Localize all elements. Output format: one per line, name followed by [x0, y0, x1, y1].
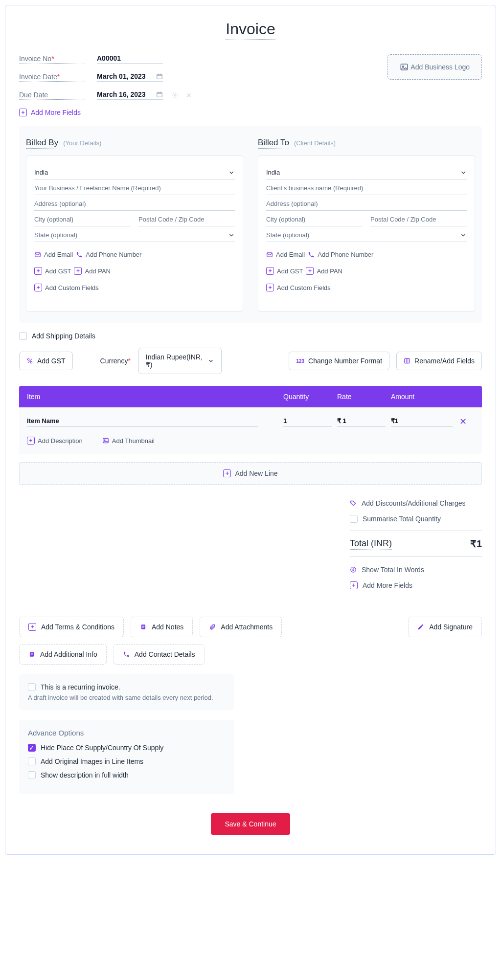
number-icon: 123	[296, 358, 304, 364]
mail-icon	[266, 251, 273, 258]
plus-icon: +	[19, 109, 27, 116]
plus-icon: +	[34, 267, 42, 275]
add-phone-button[interactable]: Add Phone Number	[308, 251, 373, 258]
add-discounts-button[interactable]: Add Discounts/Additional Charges	[350, 499, 482, 507]
svg-point-7	[27, 358, 29, 360]
close-icon[interactable]	[185, 92, 192, 99]
plus-icon: +	[74, 267, 82, 275]
item-rate-input[interactable]	[337, 417, 386, 427]
add-email-button[interactable]: Add Email	[266, 251, 305, 258]
add-thumbnail-button[interactable]: Add Thumbnail	[102, 437, 155, 445]
billed-by-subtitle: (Your Details)	[63, 139, 101, 147]
save-continue-button[interactable]: Save & Continue	[211, 813, 290, 835]
plus-icon: +	[266, 284, 274, 291]
add-additional-info-button[interactable]: Add Additional Info	[19, 644, 107, 665]
add-gst-button[interactable]: +Add GST	[266, 267, 303, 275]
add-signature-button[interactable]: Add Signature	[408, 617, 482, 637]
add-new-line-button[interactable]: + Add New Line	[19, 462, 482, 485]
chevron-down-icon	[228, 232, 235, 239]
billed-to-postal-input[interactable]	[370, 211, 467, 226]
rename-fields-button[interactable]: Rename/Add Fields	[396, 352, 482, 370]
add-custom-fields-button[interactable]: +Add Custom Fields	[34, 284, 99, 291]
invoice-no-label: Invoice No*	[19, 55, 85, 64]
currency-icon	[350, 566, 357, 573]
svg-point-2	[174, 94, 176, 96]
page-title[interactable]: Invoice	[226, 20, 275, 40]
recurring-label: This is a recurring invoice.	[41, 683, 120, 691]
billed-by-country-select[interactable]: India	[34, 164, 235, 179]
recurring-sublabel: A draft invoice will be created with sam…	[28, 694, 226, 701]
add-phone-button[interactable]: Add Phone Number	[76, 251, 141, 258]
billed-by-name-input[interactable]	[34, 179, 235, 195]
chevron-down-icon	[460, 232, 467, 239]
th-qty: Quantity	[283, 393, 337, 401]
add-email-button[interactable]: Add Email	[34, 251, 73, 258]
billed-by-city-input[interactable]	[34, 211, 131, 226]
gear-icon[interactable]	[172, 92, 179, 99]
full-width-desc-checkbox[interactable]	[28, 771, 36, 779]
svg-rect-17	[142, 627, 144, 628]
add-description-button[interactable]: +Add Description	[27, 437, 83, 445]
attachment-icon	[209, 624, 216, 630]
calendar-icon[interactable]	[156, 73, 163, 80]
summarise-qty-button[interactable]: Summarise Total Quantity	[350, 515, 482, 523]
billed-to-address-input[interactable]	[266, 195, 467, 211]
image-icon	[102, 437, 109, 444]
add-notes-button[interactable]: Add Notes	[131, 617, 193, 637]
add-more-summary-fields-button[interactable]: + Add More Fields	[350, 581, 482, 589]
currency-label: Currency*	[100, 357, 131, 365]
calendar-icon[interactable]	[156, 91, 163, 98]
billed-by-address-input[interactable]	[34, 195, 235, 211]
billed-to-state-select[interactable]: State (optional)	[266, 226, 467, 242]
hide-place-label: Hide Place Of Supply/Country Of Supply	[41, 744, 163, 752]
add-attachments-button[interactable]: Add Attachments	[200, 617, 282, 637]
tag-icon	[350, 500, 357, 507]
original-images-checkbox[interactable]	[28, 757, 36, 765]
plus-icon: +	[306, 267, 314, 275]
billed-by-postal-input[interactable]	[138, 211, 235, 226]
svg-point-8	[30, 361, 32, 363]
currency-select[interactable]: Indian Rupee(INR, ₹)	[138, 348, 222, 374]
hide-place-checkbox[interactable]: ✓	[28, 744, 36, 752]
add-gst-button[interactable]: +Add GST	[34, 267, 71, 275]
billed-to-country-select[interactable]: India	[266, 164, 467, 179]
columns-icon	[404, 357, 410, 364]
delete-row-button[interactable]: ✕	[459, 417, 467, 426]
add-custom-fields-button[interactable]: +Add Custom Fields	[266, 284, 331, 291]
show-total-words-button[interactable]: Show Total In Words	[350, 566, 482, 574]
billed-to-name-input[interactable]	[266, 179, 467, 195]
add-contact-button[interactable]: Add Contact Details	[114, 644, 205, 665]
add-more-fields-button[interactable]: + Add More Fields	[19, 109, 192, 116]
add-pan-button[interactable]: +Add PAN	[74, 267, 111, 275]
add-pan-button[interactable]: +Add PAN	[306, 267, 342, 275]
billed-by-title: Billed By	[26, 138, 58, 149]
add-terms-button[interactable]: +Add Terms & Conditions	[19, 617, 124, 637]
item-amount-input[interactable]	[391, 417, 453, 427]
plus-icon: +	[27, 437, 35, 445]
invoice-date-input[interactable]	[97, 72, 153, 80]
add-gst-toolbar-button[interactable]: Add GST	[19, 352, 73, 370]
due-date-label: Due Date	[19, 91, 85, 100]
phone-icon	[308, 251, 315, 258]
svg-rect-16	[142, 626, 145, 627]
item-name-input[interactable]	[27, 417, 258, 427]
billed-to-subtitle: (Client Details)	[294, 139, 336, 147]
plus-icon: +	[34, 284, 42, 291]
recurring-checkbox[interactable]	[28, 683, 36, 691]
svg-rect-21	[31, 655, 32, 655]
billed-by-state-select[interactable]: State (optional)	[34, 226, 235, 242]
th-item: Item	[27, 393, 283, 401]
billed-to-title: Billed To	[258, 138, 289, 149]
item-qty-input[interactable]	[283, 417, 332, 427]
chevron-down-icon	[228, 169, 235, 176]
change-number-format-button[interactable]: 123 Change Number Format	[289, 352, 389, 370]
add-logo-button[interactable]: Add Business Logo	[387, 54, 482, 80]
svg-point-4	[403, 66, 404, 67]
invoice-no-input[interactable]	[97, 54, 163, 62]
billed-to-city-input[interactable]	[266, 211, 363, 226]
due-date-input[interactable]	[97, 90, 153, 98]
summarise-checkbox[interactable]	[350, 515, 358, 523]
svg-rect-0	[157, 74, 162, 79]
total-value: ₹1	[470, 538, 482, 550]
shipping-checkbox[interactable]	[19, 332, 27, 340]
